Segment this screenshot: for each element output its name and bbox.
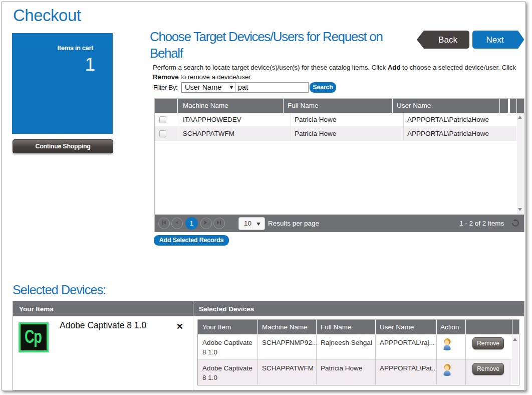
svg-text:Back: Back bbox=[438, 35, 457, 45]
svg-text:Next: Next bbox=[486, 35, 504, 45]
